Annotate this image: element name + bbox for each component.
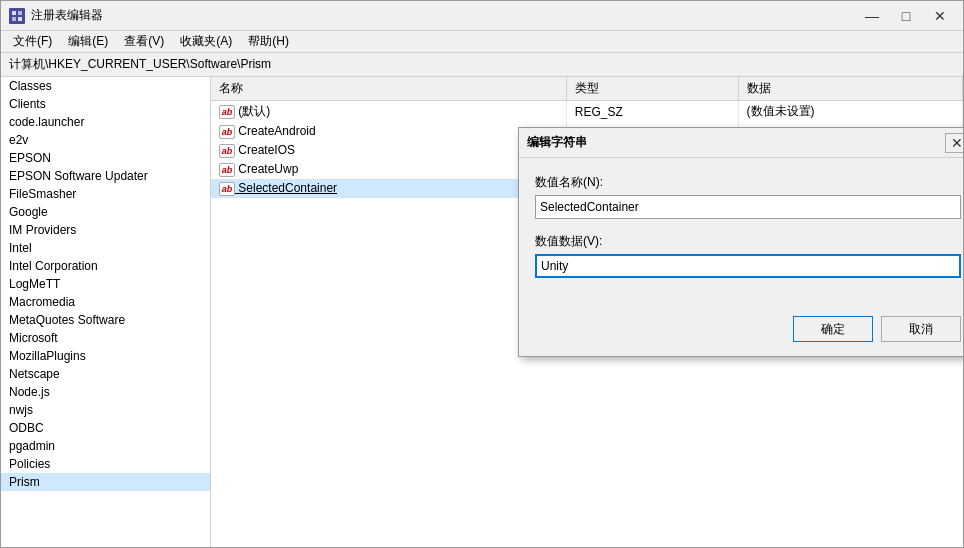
menu-item[interactable]: 文件(F) bbox=[5, 31, 60, 52]
sidebar-item[interactable]: EPSON bbox=[1, 149, 210, 167]
sidebar-item[interactable]: MozillaPlugins bbox=[1, 347, 210, 365]
reg-name: SelectedContainer bbox=[235, 181, 337, 195]
close-button[interactable]: ✕ bbox=[925, 6, 955, 26]
minimize-button[interactable]: — bbox=[857, 6, 887, 26]
title-bar: 注册表编辑器 — □ ✕ bbox=[1, 1, 963, 31]
data-input[interactable] bbox=[535, 254, 961, 278]
address-text: 计算机\HKEY_CURRENT_USER\Software\Prism bbox=[9, 56, 271, 73]
reg-name: (默认) bbox=[235, 104, 270, 118]
window-controls: — □ ✕ bbox=[857, 6, 955, 26]
sidebar-item[interactable]: ODBC bbox=[1, 419, 210, 437]
sidebar-item[interactable]: Intel Corporation bbox=[1, 257, 210, 275]
cell-name: ab CreateUwp bbox=[211, 160, 566, 179]
cancel-button[interactable]: 取消 bbox=[881, 316, 961, 342]
svg-rect-2 bbox=[12, 17, 16, 21]
main-window: 注册表编辑器 — □ ✕ 文件(F)编辑(E)查看(V)收藏夹(A)帮助(H) … bbox=[0, 0, 964, 548]
sidebar-item[interactable]: Prism bbox=[1, 473, 210, 491]
dialog-buttons: 确定 取消 bbox=[519, 308, 963, 356]
window-title: 注册表编辑器 bbox=[31, 7, 103, 24]
dialog-title-bar: 编辑字符串 ✕ bbox=[519, 128, 963, 158]
sidebar-item[interactable]: Classes bbox=[1, 77, 210, 95]
ab-icon: ab bbox=[219, 144, 235, 158]
reg-name: CreateUwp bbox=[235, 162, 298, 176]
sidebar-item[interactable]: Macromedia bbox=[1, 293, 210, 311]
name-input[interactable] bbox=[535, 195, 961, 219]
dialog-body: 数值名称(N): 数值数据(V): bbox=[519, 158, 963, 308]
reg-name: CreateIOS bbox=[235, 143, 295, 157]
cell-name: ab CreateAndroid bbox=[211, 122, 566, 141]
sidebar-item[interactable]: code.launcher bbox=[1, 113, 210, 131]
sidebar-item[interactable]: LogMeTT bbox=[1, 275, 210, 293]
app-icon bbox=[9, 8, 25, 24]
sidebar-item[interactable]: FileSmasher bbox=[1, 185, 210, 203]
title-bar-left: 注册表编辑器 bbox=[9, 7, 103, 24]
cell-name: ab SelectedContainer bbox=[211, 179, 566, 198]
cell-data: (数值未设置) bbox=[738, 101, 962, 123]
sidebar-item[interactable]: Netscape bbox=[1, 365, 210, 383]
reg-name: CreateAndroid bbox=[235, 124, 316, 138]
sidebar[interactable]: ClassesClientscode.launchere2vEPSONEPSON… bbox=[1, 77, 211, 547]
ab-icon: ab bbox=[219, 182, 235, 196]
menu-bar: 文件(F)编辑(E)查看(V)收藏夹(A)帮助(H) bbox=[1, 31, 963, 53]
name-label: 数值名称(N): bbox=[535, 174, 961, 191]
sidebar-item[interactable]: EPSON Software Updater bbox=[1, 167, 210, 185]
sidebar-item[interactable]: Node.js bbox=[1, 383, 210, 401]
menu-item[interactable]: 收藏夹(A) bbox=[172, 31, 240, 52]
table-row[interactable]: ab (默认)REG_SZ(数值未设置) bbox=[211, 101, 963, 123]
sidebar-item[interactable]: IM Providers bbox=[1, 221, 210, 239]
sidebar-item[interactable]: e2v bbox=[1, 131, 210, 149]
data-label: 数值数据(V): bbox=[535, 233, 961, 250]
address-bar: 计算机\HKEY_CURRENT_USER\Software\Prism bbox=[1, 53, 963, 77]
menu-item[interactable]: 帮助(H) bbox=[240, 31, 297, 52]
svg-rect-3 bbox=[18, 17, 22, 21]
sidebar-item[interactable]: Policies bbox=[1, 455, 210, 473]
ab-icon: ab bbox=[219, 125, 235, 139]
cell-name: ab (默认) bbox=[211, 101, 566, 123]
svg-rect-0 bbox=[12, 11, 16, 15]
cell-name: ab CreateIOS bbox=[211, 141, 566, 160]
cell-type: REG_SZ bbox=[566, 101, 738, 123]
menu-item[interactable]: 编辑(E) bbox=[60, 31, 116, 52]
svg-rect-1 bbox=[18, 11, 22, 15]
col-data: 数据 bbox=[738, 77, 962, 101]
edit-string-dialog: 编辑字符串 ✕ 数值名称(N): 数值数据(V): 确定 取消 bbox=[518, 127, 963, 357]
maximize-button[interactable]: □ bbox=[891, 6, 921, 26]
sidebar-item[interactable]: Google bbox=[1, 203, 210, 221]
registry-panel: 名称 类型 数据 ab (默认)REG_SZ(数值未设置)ab CreateAn… bbox=[211, 77, 963, 547]
dialog-title: 编辑字符串 bbox=[527, 134, 587, 151]
main-content: ClassesClientscode.launchere2vEPSONEPSON… bbox=[1, 77, 963, 547]
sidebar-item[interactable]: MetaQuotes Software bbox=[1, 311, 210, 329]
sidebar-item[interactable]: Clients bbox=[1, 95, 210, 113]
sidebar-item[interactable]: nwjs bbox=[1, 401, 210, 419]
ab-icon: ab bbox=[219, 163, 235, 177]
menu-item[interactable]: 查看(V) bbox=[116, 31, 172, 52]
ok-button[interactable]: 确定 bbox=[793, 316, 873, 342]
ab-icon: ab bbox=[219, 105, 235, 119]
col-name: 名称 bbox=[211, 77, 566, 101]
sidebar-item[interactable]: Microsoft bbox=[1, 329, 210, 347]
dialog-close-button[interactable]: ✕ bbox=[945, 133, 963, 153]
sidebar-item[interactable]: Intel bbox=[1, 239, 210, 257]
col-type: 类型 bbox=[566, 77, 738, 101]
sidebar-item[interactable]: pgadmin bbox=[1, 437, 210, 455]
